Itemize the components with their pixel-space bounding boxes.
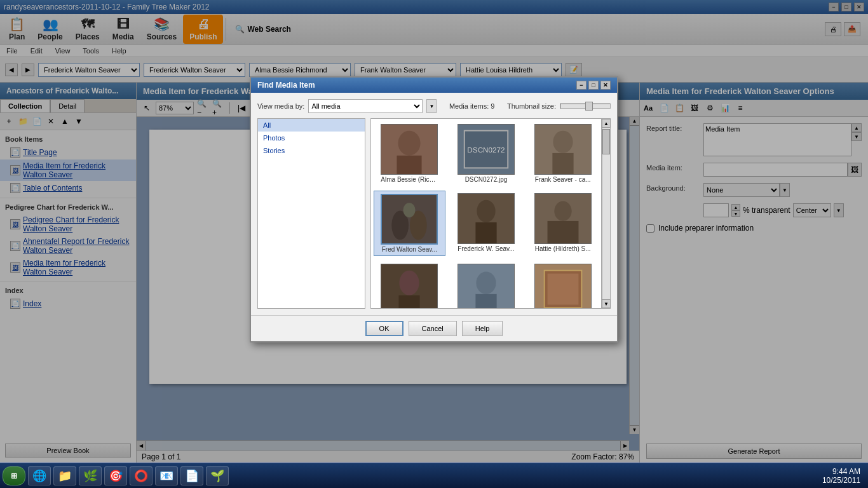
system-tray: 9:44 AM 10/25/2011 — [817, 467, 865, 485]
media-caption-3: Frank Seaver - ca... — [535, 176, 591, 183]
media-grid-container: Alma Bessie (Rich... DSCN0272 DSCN0272.j — [370, 118, 611, 309]
media-thumb-6[interactable]: Hattie (Hildreth) S... — [527, 191, 599, 256]
svg-rect-2 — [397, 156, 422, 174]
svg-point-20 — [400, 271, 419, 295]
dialog-overlay: Find Media Item − □ ✕ View media by: All… — [0, 0, 868, 488]
media-select-arrow: ▼ — [426, 99, 437, 113]
dialog-restore-button[interactable]: □ — [588, 81, 599, 90]
svg-point-17 — [554, 201, 571, 221]
media-caption-2: DSCN0272.jpg — [465, 176, 508, 183]
dialog-content: All Photos Stories — [257, 118, 611, 309]
clock: 9:44 AM 10/25/2011 — [822, 467, 860, 485]
media-img-2: DSCN0272 — [458, 124, 515, 175]
dialog-minimize-button[interactable]: − — [576, 81, 587, 90]
media-caption-4: Fred Walton Seav... — [382, 246, 437, 253]
media-count-label: Media items: 9 — [449, 102, 495, 110]
media-grid: Alma Bessie (Rich... DSCN0272 DSCN0272.j — [370, 118, 602, 309]
svg-rect-18 — [547, 221, 578, 243]
media-img-6 — [534, 193, 592, 244]
svg-rect-24 — [475, 294, 496, 309]
start-button[interactable]: ⊞ — [3, 466, 25, 485]
media-img-3 — [534, 124, 592, 175]
media-thumb-8[interactable] — [451, 261, 522, 309]
dialog-footer: OK Cancel Help — [251, 315, 617, 341]
media-img-1 — [381, 124, 438, 175]
filter-photos[interactable]: Photos — [258, 132, 365, 144]
filter-all[interactable]: All — [258, 119, 365, 132]
thumbnail-size-label: Thumbnail size: — [507, 102, 556, 110]
svg-point-23 — [476, 272, 496, 294]
taskbar-app6[interactable]: 🌱 — [206, 466, 229, 485]
media-type-select[interactable]: All media — [308, 99, 423, 113]
thumbnail-slider[interactable] — [560, 104, 611, 109]
clock-time: 9:44 AM — [822, 467, 860, 476]
media-thumb-5[interactable]: Frederick W. Seav... — [451, 191, 522, 256]
dialog-body: View media by: All media ▼ Media items: … — [251, 93, 617, 315]
dialog-scroll-down[interactable] — [602, 299, 611, 308]
media-img-8 — [458, 264, 515, 309]
taskbar-ie[interactable]: 🌐 — [28, 466, 51, 485]
taskbar-app5[interactable]: 📄 — [180, 466, 203, 485]
media-thumb-1[interactable]: Alma Bessie (Rich... — [374, 121, 445, 186]
taskbar-app4[interactable]: 📧 — [155, 466, 178, 485]
media-thumb-3[interactable]: Frank Seaver - ca... — [527, 121, 599, 186]
taskbar-app3[interactable]: ⭕ — [130, 466, 153, 485]
dialog-scroll-thumb — [602, 129, 610, 154]
media-caption-1: Alma Bessie (Rich... — [381, 176, 438, 183]
media-thumb-4[interactable]: Fred Walton Seav... — [374, 191, 445, 256]
slider-thumb — [585, 102, 593, 111]
svg-point-1 — [398, 131, 421, 156]
svg-rect-27 — [547, 274, 578, 305]
dialog-title-buttons: − □ ✕ — [576, 81, 611, 90]
svg-rect-9 — [382, 195, 437, 243]
find-media-dialog: Find Media Item − □ ✕ View media by: All… — [250, 76, 618, 342]
taskbar-app1[interactable]: 🌿 — [79, 466, 102, 485]
dialog-scroll-up[interactable] — [602, 119, 611, 128]
svg-rect-8 — [552, 153, 573, 174]
media-img-9 — [534, 264, 592, 309]
media-thumb-2[interactable]: DSCN0272 DSCN0272.jpg — [451, 121, 522, 186]
ok-button[interactable]: OK — [365, 321, 403, 336]
svg-rect-21 — [399, 295, 420, 309]
svg-point-12 — [403, 203, 416, 217]
svg-point-14 — [477, 200, 495, 222]
dialog-scroll-track — [602, 128, 610, 299]
media-img-5 — [458, 193, 515, 244]
media-caption-6: Hattie (Hildreth) S... — [535, 245, 591, 252]
media-img-4 — [381, 194, 438, 245]
taskbar-app2[interactable]: 🎯 — [104, 466, 127, 485]
taskbar: ⊞ 🌐 📁 🌿 🎯 ⭕ 📧 📄 🌱 9:44 AM 10/25/2011 — [0, 463, 868, 488]
cancel-button[interactable]: Cancel — [409, 321, 457, 336]
thumbnail-size-row: Thumbnail size: — [507, 102, 611, 110]
media-thumb-9[interactable] — [527, 261, 599, 309]
media-filter-list: All Photos Stories — [257, 118, 365, 309]
media-img-7 — [381, 264, 438, 309]
svg-text:DSCN0272: DSCN0272 — [467, 146, 505, 154]
svg-rect-15 — [475, 222, 496, 243]
view-media-row: View media by: All media ▼ — [257, 99, 437, 113]
media-thumb-7[interactable] — [374, 261, 445, 309]
dialog-scrollbar[interactable] — [602, 118, 611, 309]
filter-stories[interactable]: Stories — [258, 144, 365, 157]
dialog-title-label: Find Media Item — [257, 81, 315, 90]
dialog-close-button[interactable]: ✕ — [600, 81, 611, 90]
view-media-label: View media by: — [257, 102, 304, 110]
taskbar-folder[interactable]: 📁 — [53, 466, 76, 485]
svg-point-7 — [553, 131, 573, 153]
media-caption-5: Frederick W. Seav... — [458, 245, 514, 252]
clock-date: 10/25/2011 — [822, 476, 860, 485]
dialog-title-bar: Find Media Item − □ ✕ — [251, 78, 617, 93]
help-button[interactable]: Help — [462, 321, 503, 336]
dialog-top-row: View media by: All media ▼ Media items: … — [257, 99, 611, 113]
